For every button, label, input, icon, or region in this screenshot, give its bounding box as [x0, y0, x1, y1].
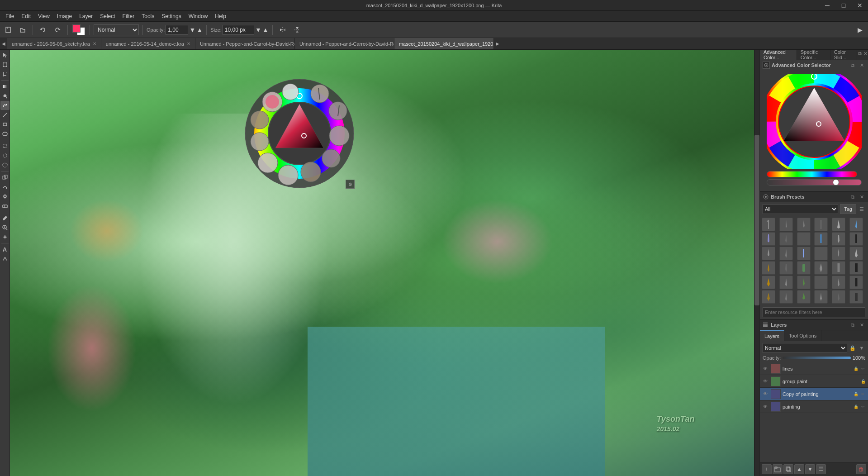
tool-cursor[interactable] — [0, 51, 9, 60]
vertical-scrollbar-thumb[interactable] — [754, 135, 759, 305]
brush-item-26[interactable] — [779, 276, 793, 289]
tool-pan[interactable] — [0, 233, 9, 242]
panel-toggle[interactable]: ▶ — [854, 24, 866, 36]
brush-item-9[interactable] — [797, 232, 811, 246]
saturation-handle[interactable] — [833, 179, 839, 186]
layer-visibility-painting[interactable]: 👁 — [762, 403, 769, 410]
brush-item-12[interactable] — [849, 232, 863, 246]
layer-lock-lines[interactable]: 🔒 — [853, 366, 859, 372]
tab-color-sliders[interactable]: Color Slid... — [830, 50, 857, 60]
tool-zoom[interactable] — [0, 223, 9, 232]
brush-item-1[interactable] — [762, 218, 775, 231]
brush-item-17[interactable] — [832, 247, 845, 260]
vertical-scrollbar[interactable] — [754, 50, 759, 476]
brush-item-2[interactable] — [779, 218, 793, 231]
tool-freehand[interactable] — [0, 101, 9, 110]
layer-item-lines[interactable]: 👁 lines 🔒 ✏ — [760, 362, 868, 375]
menu-file[interactable]: File — [2, 12, 18, 20]
brush-item-28[interactable] — [814, 276, 828, 289]
tool-clone[interactable] — [0, 173, 9, 182]
brush-item-22[interactable] — [814, 261, 828, 275]
color-wheel-svg[interactable] — [767, 74, 862, 169]
tool-smudge[interactable] — [0, 182, 9, 191]
brush-item-18[interactable] — [849, 247, 863, 260]
menu-tools[interactable]: Tools — [138, 12, 158, 20]
redo-button[interactable] — [51, 24, 64, 36]
menu-settings[interactable]: Settings — [158, 12, 185, 20]
color-wheel-widget[interactable] — [767, 74, 862, 169]
brush-item-36[interactable] — [849, 290, 863, 304]
layers-blend-select[interactable]: Normal Multiply — [763, 343, 847, 353]
brush-item-32[interactable] — [779, 290, 793, 304]
saturation-slider[interactable] — [767, 179, 862, 186]
undo-button[interactable] — [37, 24, 49, 36]
tool-selection-rect[interactable] — [0, 142, 9, 151]
brush-item-10[interactable] — [814, 232, 828, 246]
tool-rect[interactable] — [0, 120, 9, 129]
menu-help[interactable]: Help — [211, 12, 230, 20]
layer-duplicate-button[interactable] — [783, 464, 793, 474]
color-settings-icon[interactable] — [763, 62, 770, 69]
adv-color-detach[interactable]: ⧉ — [849, 62, 856, 69]
menu-edit[interactable]: Edit — [18, 12, 34, 20]
layer-edit-lines[interactable]: ✏ — [860, 366, 866, 372]
brush-item-6[interactable] — [849, 218, 863, 231]
brush-item-4[interactable] — [814, 218, 828, 231]
tool-color-picker[interactable] — [0, 214, 9, 223]
tab-advanced-color[interactable]: Advanced Color... — [760, 50, 797, 60]
layer-visibility-group[interactable]: 👁 — [762, 378, 769, 385]
color-panel-close[interactable]: ✕ — [863, 50, 868, 57]
brush-search-input[interactable] — [763, 307, 865, 317]
brush-item-33[interactable] — [797, 290, 811, 304]
brush-item-14[interactable] — [779, 247, 793, 260]
brush-item-27[interactable] — [797, 276, 811, 289]
layers-tab-tool-options[interactable]: Tool Options — [784, 330, 821, 341]
brush-presets-detach[interactable]: ⧉ — [849, 193, 856, 200]
tool-path[interactable] — [0, 254, 9, 263]
popup-settings-icon[interactable]: ⚙ — [346, 180, 355, 189]
tool-crop[interactable] — [0, 70, 9, 79]
brush-presets-close[interactable]: ✕ — [858, 193, 865, 200]
brush-tag-button[interactable]: Tag — [840, 204, 856, 214]
brush-item-31[interactable] — [762, 290, 775, 304]
brush-item-5[interactable] — [832, 218, 845, 231]
tabs-scroll-left[interactable]: ◀ — [0, 38, 7, 50]
layer-delete-button[interactable]: 🗑 — [856, 464, 866, 474]
mirror-v-button[interactable] — [291, 24, 304, 36]
layers-close[interactable]: ✕ — [858, 321, 865, 328]
tool-dodge[interactable] — [0, 192, 9, 201]
tab-demo[interactable]: unnamed - 2016-05-14_demo-c.kra ✕ — [101, 38, 195, 50]
tool-selection-lasso[interactable] — [0, 151, 9, 160]
menu-layer[interactable]: Layer — [76, 12, 96, 20]
brush-item-24[interactable] — [849, 261, 863, 275]
brush-item-15[interactable] — [797, 247, 811, 260]
tab-e08[interactable]: Unnamed - Pepper-and-Carrot-by-David-Rev… — [295, 38, 394, 50]
tab-sketchy[interactable]: unnamed - 2016-05-06_sketchy.kra ✕ — [7, 38, 101, 50]
layer-visibility-copy[interactable]: 👁 — [762, 390, 769, 398]
layer-item-copy-painting[interactable]: 👁 Copy of painting 🔒 ✏ — [760, 388, 868, 400]
tab-e09[interactable]: Unnamed - Pepper-and-Carrot-by-David-Rev… — [195, 38, 295, 50]
brush-item-7[interactable] — [762, 232, 775, 246]
opacity-increase[interactable]: ▲ — [196, 24, 203, 36]
layer-lock-copy[interactable]: 🔒 — [853, 391, 859, 397]
layer-item-group-paint[interactable]: 👁 group paint 🔒 — [760, 375, 868, 388]
layer-lock-painting[interactable]: 🔒 — [853, 404, 859, 410]
menu-select[interactable]: Select — [96, 12, 119, 20]
tool-ellipse[interactable] — [0, 129, 9, 138]
brush-item-29[interactable] — [832, 276, 845, 289]
brush-item-30[interactable] — [849, 276, 863, 289]
tool-text[interactable]: A — [0, 245, 9, 254]
minimize-button[interactable]: ─ — [819, 0, 835, 11]
canvas-inner[interactable]: TysonTan2015.02 — [10, 50, 754, 476]
tab-mascot[interactable]: mascot_20150204_kiki_d_wallpaper_1920x12… — [394, 38, 494, 50]
tabs-scroll-right[interactable]: ▶ — [494, 38, 501, 50]
brush-item-34[interactable] — [814, 290, 828, 304]
close-button[interactable]: ✕ — [852, 0, 868, 11]
tool-line[interactable] — [0, 110, 9, 119]
menu-view[interactable]: View — [34, 12, 53, 20]
brush-item-3[interactable] — [797, 218, 811, 231]
mirror-h-button[interactable] — [276, 24, 289, 36]
brush-item-19[interactable] — [762, 261, 775, 275]
brush-filter-select[interactable]: All Favorites — [763, 204, 838, 214]
menu-filter[interactable]: Filter — [119, 12, 138, 20]
